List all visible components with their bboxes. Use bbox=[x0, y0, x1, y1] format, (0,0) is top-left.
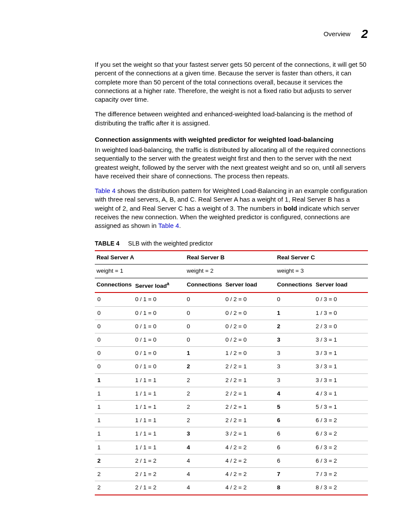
table-cell: 3 bbox=[185, 427, 224, 441]
table-row: 00 / 1 = 000 / 2 = 033 / 3 = 1 bbox=[95, 333, 368, 346]
body-paragraph-2: The difference between weighted and enha… bbox=[95, 110, 368, 128]
table-cell: 2 bbox=[95, 468, 134, 481]
table-cell: 4 / 2 = 2 bbox=[224, 468, 275, 481]
table-cell: 6 bbox=[275, 441, 314, 454]
table-cell: 2 bbox=[95, 454, 134, 467]
table-cell: 3 / 3 = 1 bbox=[314, 360, 368, 373]
table-cell: 0 bbox=[185, 333, 224, 346]
weight-header-b: weight = 2 bbox=[185, 264, 276, 278]
table-cell: 1 / 1 = 1 bbox=[134, 387, 185, 400]
table-cell: 0 / 1 = 0 bbox=[134, 306, 185, 320]
table-row: 11 / 1 = 122 / 2 = 144 / 3 = 1 bbox=[95, 387, 368, 400]
table-row: 00 / 1 = 000 / 2 = 011 / 3 = 0 bbox=[95, 306, 368, 320]
table-cell: 2 bbox=[185, 387, 224, 400]
table-body: 00 / 1 = 000 / 2 = 000 / 3 = 000 / 1 = 0… bbox=[95, 292, 368, 495]
page-header: Overview 2 bbox=[324, 26, 368, 42]
table-cell: 6 bbox=[275, 454, 314, 467]
page-content: If you set the weight so that your faste… bbox=[95, 60, 368, 495]
table-cell: 0 bbox=[95, 306, 134, 320]
table-cell: 4 / 2 = 2 bbox=[224, 441, 275, 454]
table-cell: 4 / 2 = 2 bbox=[224, 454, 275, 467]
table-cell: 3 bbox=[275, 373, 314, 387]
table-cell: 0 bbox=[95, 360, 134, 373]
table-cell: 3 bbox=[275, 360, 314, 373]
group-header-c: Real Server C bbox=[275, 251, 368, 264]
body-paragraph-4: Table 4 shows the distribution pattern f… bbox=[95, 187, 368, 230]
group-header-a: Real Server A bbox=[95, 251, 185, 264]
table-cell: 0 / 1 = 0 bbox=[134, 320, 185, 333]
table-cell: 0 bbox=[95, 347, 134, 360]
table-cell: 0 / 2 = 0 bbox=[224, 306, 275, 320]
table-cell: 1 bbox=[95, 373, 134, 387]
table-cell: 0 bbox=[185, 320, 224, 333]
table-cell: 4 / 2 = 2 bbox=[224, 481, 275, 495]
table-cell: 2 bbox=[275, 320, 314, 333]
table-weight-header: weight = 1 weight = 2 weight = 3 bbox=[95, 264, 368, 278]
table-cell: 2 / 3 = 0 bbox=[314, 320, 368, 333]
table-cell: 4 bbox=[185, 468, 224, 481]
table-cell: 0 bbox=[275, 292, 314, 306]
table-cell: 0 bbox=[95, 292, 134, 306]
table-cell: 0 / 2 = 0 bbox=[224, 292, 275, 306]
table-cell: 3 bbox=[275, 347, 314, 360]
table-cell: 4 bbox=[185, 441, 224, 454]
col-connections-b: Connections bbox=[185, 278, 224, 292]
table-cell: 8 / 3 = 2 bbox=[314, 481, 368, 495]
table-row: 00 / 1 = 000 / 2 = 022 / 3 = 0 bbox=[95, 320, 368, 333]
table-cell: 0 bbox=[95, 333, 134, 346]
table-cell: 6 / 3 = 2 bbox=[314, 441, 368, 454]
table-cell: 3 bbox=[275, 333, 314, 346]
table-cell: 1 bbox=[95, 401, 134, 414]
table-cell: 2 bbox=[185, 401, 224, 414]
table-cell: 1 bbox=[95, 441, 134, 454]
table-cell: 1 / 2 = 0 bbox=[224, 347, 275, 360]
bold-word: bold bbox=[283, 205, 297, 212]
table-cell: 0 bbox=[185, 306, 224, 320]
table-cell: 3 / 3 = 1 bbox=[314, 333, 368, 346]
body-paragraph-1: If you set the weight so that your faste… bbox=[95, 60, 368, 104]
table-row: 00 / 1 = 011 / 2 = 033 / 3 = 1 bbox=[95, 347, 368, 360]
table-cell: 2 / 2 = 1 bbox=[224, 373, 275, 387]
table-cell: 0 bbox=[95, 320, 134, 333]
table-cell: 0 / 1 = 0 bbox=[134, 292, 185, 306]
table-row: 11 / 1 = 122 / 2 = 166 / 3 = 2 bbox=[95, 414, 368, 427]
table-cell: 1 bbox=[95, 387, 134, 400]
table-cell: 5 / 3 = 1 bbox=[314, 401, 368, 414]
table-row: 00 / 1 = 022 / 2 = 133 / 3 = 1 bbox=[95, 360, 368, 373]
table-cell: 0 / 2 = 0 bbox=[224, 333, 275, 346]
table-cell: 6 / 3 = 2 bbox=[314, 454, 368, 467]
table-cell: 2 / 2 = 1 bbox=[224, 401, 275, 414]
table-cell: 1 / 1 = 1 bbox=[134, 401, 185, 414]
table-row: 22 / 1 = 244 / 2 = 266 / 3 = 2 bbox=[95, 454, 368, 467]
table-cell: 3 / 3 = 1 bbox=[314, 347, 368, 360]
table-cell: 6 bbox=[275, 414, 314, 427]
table-row: 00 / 1 = 000 / 2 = 000 / 3 = 0 bbox=[95, 292, 368, 306]
table-cell: 6 / 3 = 2 bbox=[314, 427, 368, 441]
group-header-b: Real Server B bbox=[185, 251, 276, 264]
table-ref-link[interactable]: Table 4 bbox=[95, 187, 115, 194]
col-connections-a: Connections bbox=[95, 278, 134, 292]
table-group-header: Real Server A Real Server B Real Server … bbox=[95, 251, 368, 264]
header-section: Overview bbox=[324, 30, 351, 38]
col-load-b: Server load bbox=[224, 278, 275, 292]
body-paragraph-3: In weighted load-balancing, the traffic … bbox=[95, 146, 368, 180]
table-cell: 3 / 2 = 1 bbox=[224, 427, 275, 441]
table-cell: 1 bbox=[95, 427, 134, 441]
table-cell: 3 / 3 = 1 bbox=[314, 373, 368, 387]
table-cell: 0 / 1 = 0 bbox=[134, 360, 185, 373]
table-ref-link[interactable]: Table 4 bbox=[158, 222, 179, 229]
header-chapter-number: 2 bbox=[361, 26, 368, 42]
table-cell: 0 / 1 = 0 bbox=[134, 347, 185, 360]
table-cell: 8 bbox=[275, 481, 314, 495]
table-caption-text: SLB with the weighted predictor bbox=[128, 240, 213, 247]
table-row: 22 / 1 = 244 / 2 = 288 / 3 = 2 bbox=[95, 481, 368, 495]
table-cell: 0 / 3 = 0 bbox=[314, 292, 368, 306]
table-row: 11 / 1 = 144 / 2 = 266 / 3 = 2 bbox=[95, 441, 368, 454]
table-cell: 1 / 1 = 1 bbox=[134, 373, 185, 387]
table-cell: 1 / 3 = 0 bbox=[314, 306, 368, 320]
table-cell: 1 / 1 = 1 bbox=[134, 427, 185, 441]
table-caption: TABLE 4SLB with the weighted predictor bbox=[95, 240, 368, 248]
col-connections-c: Connections bbox=[275, 278, 314, 292]
table-cell: 4 bbox=[275, 387, 314, 400]
table-cell: 2 / 2 = 1 bbox=[224, 414, 275, 427]
